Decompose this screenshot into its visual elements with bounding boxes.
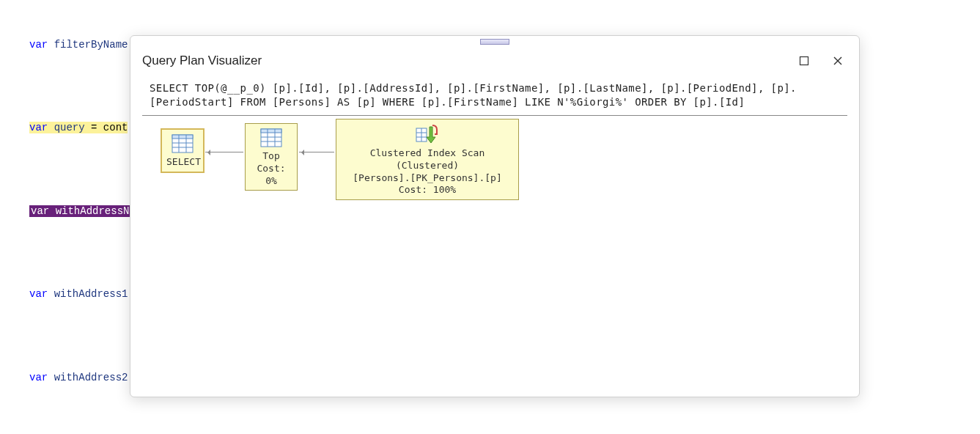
table-icon	[260, 128, 282, 147]
node-sub: [Persons].[PK_Persons].[p]	[341, 172, 514, 185]
close-button[interactable]	[831, 54, 844, 67]
query-plan-visualizer-window[interactable]: Query Plan Visualizer SELECT TOP(@__p_0)…	[130, 35, 860, 397]
plan-node-top[interactable]: Top Cost: 0%	[245, 123, 298, 191]
svg-rect-4	[172, 135, 193, 139]
window-title: Query Plan Visualizer	[142, 54, 262, 68]
plan-node-scan[interactable]: Clustered Index Scan (Clustered) [Person…	[336, 119, 519, 201]
maximize-icon	[799, 56, 809, 66]
svg-rect-0	[800, 57, 808, 65]
sql-text[interactable]: SELECT TOP(@__p_0) [p].[Id], [p].[Addres…	[142, 78, 847, 116]
maximize-button[interactable]	[797, 54, 811, 67]
drag-handle[interactable]	[480, 39, 509, 45]
table-icon	[172, 134, 194, 153]
plan-arrow	[299, 152, 334, 152]
close-icon	[833, 56, 843, 66]
node-cost: Cost: 0%	[250, 163, 292, 188]
node-cost: Cost: 100%	[341, 184, 514, 196]
plan-node-select[interactable]: SELECT	[161, 129, 204, 172]
node-label: SELECT	[166, 156, 199, 169]
plan-canvas[interactable]: SELECT Top Cost: 0%	[130, 116, 859, 365]
index-scan-icon	[415, 124, 440, 144]
node-label: Clustered Index Scan (Clustered)	[341, 147, 514, 172]
svg-rect-10	[261, 129, 281, 133]
node-label: Top	[250, 150, 292, 163]
plan-arrow	[205, 152, 243, 152]
